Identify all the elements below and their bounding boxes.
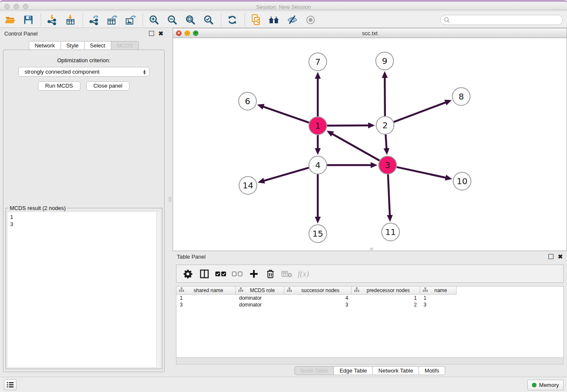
table-cell[interactable]: 1	[352, 295, 420, 301]
open-session-icon[interactable]	[3, 14, 17, 26]
column-type-icon	[423, 287, 428, 293]
memory-button[interactable]: Memory	[527, 380, 564, 390]
unselect-all-columns-icon[interactable]	[232, 268, 243, 279]
tab-network[interactable]: Network	[29, 41, 61, 50]
mcds-result-node[interactable]: 1	[8, 212, 160, 221]
column-header-shared-name[interactable]: shared name	[176, 287, 236, 295]
edge-3-11[interactable]	[388, 174, 390, 216]
export-table-icon[interactable]	[105, 14, 119, 26]
task-history-button[interactable]	[4, 379, 17, 390]
export-network-icon[interactable]	[87, 14, 101, 26]
table-cell[interactable]: dominator	[236, 295, 284, 301]
edge-2-9[interactable]	[385, 77, 385, 116]
tab-mcds[interactable]: MCDS	[111, 41, 139, 50]
toolbar-separator	[83, 14, 83, 26]
search-field[interactable]	[440, 15, 563, 25]
optimization-criterion-label: Optimization criterion:	[3, 57, 164, 63]
delete-column-icon[interactable]	[265, 268, 276, 279]
zoom-fit-icon[interactable]	[184, 14, 197, 26]
edge-1-6[interactable]	[262, 106, 309, 123]
search-icon	[444, 17, 450, 23]
table-cell[interactable]: 3	[420, 301, 457, 308]
apply-layout-icon[interactable]	[226, 14, 239, 26]
table-tab-node-table[interactable]: Node Table	[295, 366, 334, 375]
show-graphics-details-icon[interactable]	[267, 14, 281, 26]
table-settings-gear-icon[interactable]	[182, 268, 193, 279]
canvas-resize-handle[interactable]	[370, 248, 373, 250]
close-table-panel-icon[interactable]: ✖	[558, 254, 563, 259]
column-type-icon	[287, 287, 292, 293]
status-bar: Memory	[0, 377, 567, 392]
table-horizontal-scrollbar[interactable]	[176, 358, 564, 364]
close-panel-icon[interactable]: ✖	[158, 30, 163, 36]
select-all-columns-icon[interactable]	[215, 268, 226, 279]
table-tab-network-table[interactable]: Network Table	[372, 366, 419, 375]
hide-selected-icon[interactable]	[286, 14, 299, 26]
edge-3-10[interactable]	[397, 167, 447, 178]
column-header-name[interactable]: name	[420, 287, 457, 295]
table-row[interactable]: 3dominator323	[176, 301, 563, 308]
toolbar-separator	[245, 14, 245, 26]
edge-3-1[interactable]	[331, 133, 380, 160]
table-cell[interactable]: 3	[284, 301, 352, 308]
column-header-predecessor-nodes[interactable]: predecessor nodes	[352, 287, 420, 295]
column-panel-icon[interactable]	[199, 268, 210, 279]
table-cell[interactable]: dominator	[236, 301, 284, 308]
table-cell[interactable]: 1	[420, 295, 457, 301]
edge-2-3[interactable]	[385, 135, 386, 149]
save-session-icon[interactable]	[22, 14, 35, 26]
table-cell[interactable]: 1	[176, 295, 236, 301]
edge-2-8[interactable]	[394, 102, 447, 122]
column-header-label: name	[428, 287, 456, 293]
network-graph: 7968124314101511	[173, 38, 567, 250]
graph-node-label-3: 3	[385, 160, 391, 170]
table-row[interactable]: 1dominator411	[176, 295, 563, 301]
column-header-label: successor nodes	[292, 287, 351, 293]
edge-arrow-3-11	[387, 215, 393, 222]
mcds-result-list[interactable]: 13	[8, 212, 160, 367]
criterion-select[interactable]: strongly connected component ▲▼	[18, 67, 149, 77]
table-tab-motifs[interactable]: Motifs	[418, 366, 445, 375]
mcds-result-group: MCDS result (2 nodes) 13	[6, 208, 162, 369]
window-title: Session: New Session	[0, 4, 567, 10]
table-cell[interactable]: 4	[284, 295, 352, 301]
zoom-out-icon[interactable]	[165, 14, 179, 26]
network-minimize-button[interactable]: −	[184, 30, 190, 36]
export-image-icon[interactable]	[124, 14, 137, 26]
table-tab-edge-table[interactable]: Edge Table	[333, 366, 373, 375]
tab-style[interactable]: Style	[61, 41, 85, 50]
new-network-from-selection-icon[interactable]	[249, 14, 263, 26]
network-close-button[interactable]: ✕	[176, 30, 182, 36]
zoom-selected-icon[interactable]	[202, 14, 215, 26]
zoom-in-icon[interactable]	[147, 14, 161, 26]
network-window-titlebar[interactable]: scc.txt ✕ − +	[173, 28, 567, 38]
split-divider-handle[interactable]	[168, 197, 171, 202]
add-column-icon[interactable]	[248, 268, 259, 279]
column-header-label: predecessor nodes	[359, 287, 420, 293]
delete-table-icon	[281, 268, 292, 279]
search-input[interactable]	[452, 17, 559, 24]
column-header-MCDS-role[interactable]: MCDS role	[236, 287, 284, 295]
import-network-icon[interactable]	[45, 14, 59, 26]
mcds-result-node[interactable]: 3	[8, 221, 160, 228]
table-cell[interactable]: 2	[352, 301, 420, 308]
import-table-icon[interactable]	[63, 14, 77, 26]
float-table-panel-icon[interactable]	[548, 254, 553, 259]
edge-4-14[interactable]	[263, 168, 309, 181]
edge-1-2[interactable]	[327, 125, 369, 126]
column-header-successor-nodes[interactable]: successor nodes	[284, 287, 352, 295]
control-panel-tabs: NetworkStyleSelectMCDS	[0, 41, 168, 50]
graph-node-label-2: 2	[383, 120, 388, 130]
edge-arrow-1-7	[315, 72, 321, 79]
run-mcds-button[interactable]: Run MCDS	[38, 81, 80, 91]
edge-arrow-3-10	[445, 175, 452, 181]
select-stepper-icon: ▲▼	[143, 69, 146, 75]
table-cell[interactable]: 3	[176, 301, 236, 308]
table-toolbar: f(x)	[176, 265, 564, 283]
network-maximize-button[interactable]: +	[193, 30, 198, 36]
network-canvas[interactable]: 7968124314101511	[173, 38, 567, 251]
result-scrollbar[interactable]	[156, 212, 160, 367]
float-panel-icon[interactable]	[149, 31, 154, 36]
tab-select[interactable]: Select	[84, 41, 111, 50]
close-panel-button[interactable]: Close panel	[86, 81, 130, 91]
